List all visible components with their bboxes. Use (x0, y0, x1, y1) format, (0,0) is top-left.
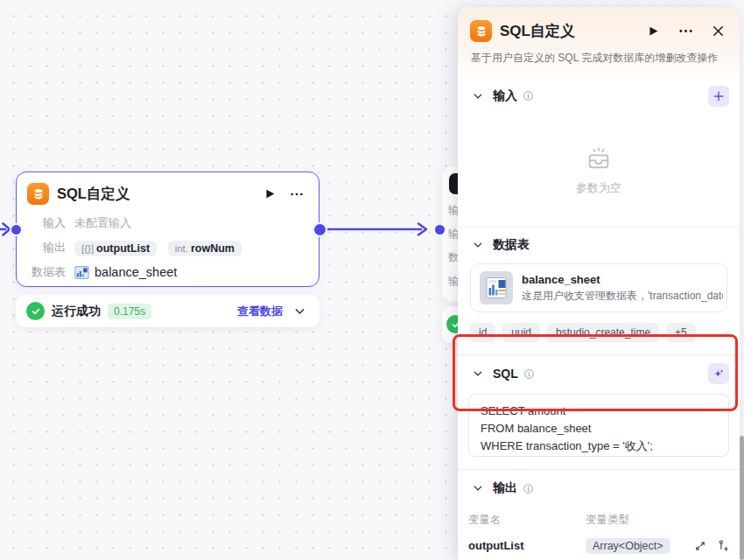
output-section-title: 输出 (493, 480, 517, 496)
output-info-icon[interactable] (523, 483, 534, 494)
sql-line: SELECT amount (481, 402, 717, 420)
table-icon (74, 265, 89, 280)
input-empty-state: 参数为空 (458, 115, 740, 227)
sql-section-chevron-icon[interactable] (468, 364, 488, 383)
panel-title: SQL自定义 (500, 21, 635, 41)
panel-scrollbar[interactable] (740, 436, 744, 560)
column-header-type: 变量类型 (586, 513, 689, 528)
empty-inbox-icon (584, 145, 614, 173)
input-section-title: 输入 (493, 88, 517, 104)
output-variables-table: 变量名 变量类型 outputList Array<Object> rowNum… (458, 507, 740, 560)
more-options-icon[interactable] (287, 185, 306, 204)
database-icon (27, 183, 49, 205)
empty-state-text: 参数为空 (576, 180, 621, 196)
type-badge: Array<Object> (586, 538, 670, 554)
run-status-text: 运行成功 (52, 304, 101, 319)
run-status-bar: 运行成功 0.175s 查看数据 (16, 295, 319, 327)
output-pill-rownum[interactable]: int.rowNum (168, 241, 242, 256)
field-tag[interactable]: bstudio_create_time (547, 323, 659, 342)
output-pill-outputlist[interactable]: [{}]outputList (74, 241, 157, 256)
node2-input-port[interactable] (435, 225, 445, 234)
input-row-value: 未配置输入 (74, 215, 131, 231)
view-data-link[interactable]: 查看数据 (237, 304, 283, 319)
expand-variable-icon[interactable] (689, 540, 712, 552)
datatable-card[interactable]: balance_sheet 这是用户收支管理数据表，'transaction_d… (470, 263, 727, 312)
output-section-chevron-icon[interactable] (468, 479, 488, 498)
node-sql-custom[interactable]: SQL自定义 输入 未配置输入 输出 [{}]outputList int.ro… (16, 172, 319, 287)
run-duration-badge: 0.175s (108, 304, 151, 319)
node-detail-panel: SQL自定义 基于用户自定义的 SQL 完成对数据库的增删改查操作 输入 (458, 7, 740, 560)
datatable-name: balance_sheet (522, 273, 723, 286)
sql-code-editor[interactable]: SELECT amount FROM balance_sheet WHERE t… (468, 394, 729, 457)
node-title: SQL自定义 (57, 185, 252, 204)
ai-generate-sql-button[interactable] (708, 363, 729, 384)
panel-close-icon[interactable] (708, 22, 727, 41)
panel-subtitle: 基于用户自定义的 SQL 完成对数据库的增删改查操作 (458, 42, 740, 76)
sql-line: WHERE transaction_type = '收入'; (481, 438, 717, 455)
table-row-value: balance_sheet (95, 265, 177, 279)
sql-line: FROM balance_sheet (481, 420, 717, 438)
panel-run-icon[interactable] (643, 22, 663, 41)
column-header-name: 变量名 (468, 513, 586, 528)
table-section-chevron-icon[interactable] (468, 235, 488, 255)
sql-section-title: SQL (493, 367, 518, 381)
input-section-chevron-icon[interactable] (468, 87, 488, 106)
field-tag-more[interactable]: +5 (666, 323, 696, 342)
panel-more-icon[interactable] (676, 22, 695, 41)
output-row-label: 输出 (27, 240, 66, 256)
field-tag[interactable]: uuid (502, 323, 540, 342)
table-section-title: 数据表 (493, 237, 530, 253)
input-row-label: 输入 (27, 215, 66, 231)
field-tag[interactable]: id (470, 323, 495, 342)
output-row-outputlist: outputList Array<Object> (468, 531, 729, 560)
run-node-icon[interactable] (260, 185, 279, 204)
panel-database-icon (470, 20, 492, 42)
node1-output-port[interactable] (312, 222, 327, 237)
datatable-thumbnail-icon (480, 271, 513, 304)
table-row-label: 数据表 (27, 264, 66, 280)
sql-info-icon[interactable] (523, 368, 535, 380)
status-chevron-down-icon[interactable] (290, 302, 309, 321)
node1-input-port[interactable] (10, 223, 23, 236)
input-info-icon[interactable] (523, 90, 534, 102)
success-check-icon (26, 302, 45, 320)
add-input-param-button[interactable] (708, 86, 729, 107)
datatable-description: 这是用户收支管理数据表，'transaction_date'存… (522, 289, 723, 304)
add-child-variable-icon[interactable] (712, 539, 734, 552)
